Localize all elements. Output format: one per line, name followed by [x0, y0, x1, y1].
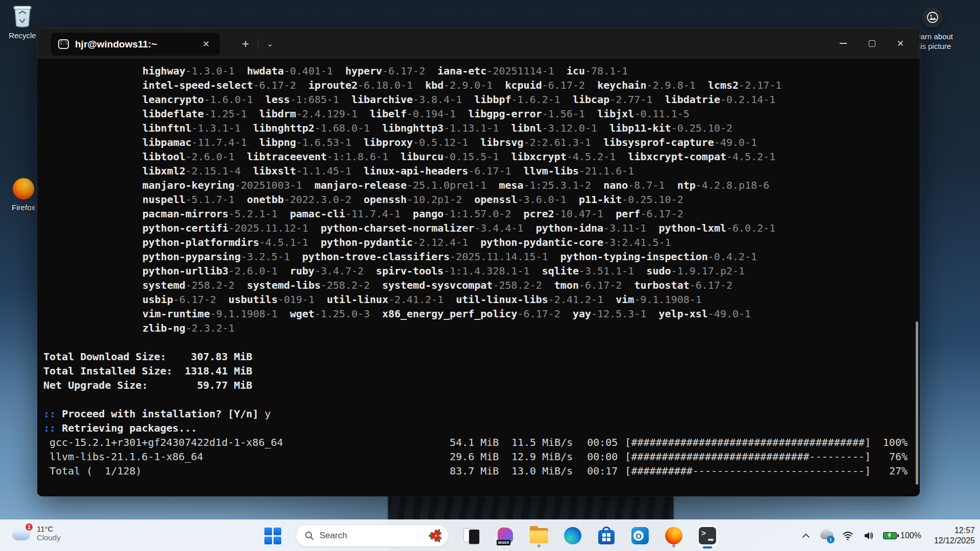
package-list-line: python-certifi-2025.11.12-1 python-chars…: [142, 221, 908, 235]
taskbar-app-m365-copilot[interactable]: M365: [495, 523, 516, 548]
picture-info-icon: [926, 11, 939, 23]
total-installed-size-line: Total Installed Size: 1318.41 MiB: [43, 364, 908, 378]
learn-about-picture-button[interactable]: [922, 7, 943, 28]
terminal-content[interactable]: highway-1.3.0-1 hwdata-0.401-1 hyperv-6.…: [37, 59, 920, 496]
tray-clock[interactable]: 12:57 12/12/2025: [934, 525, 975, 546]
tab-close-icon[interactable]: ✕: [200, 38, 213, 51]
file-explorer-icon: [530, 528, 548, 543]
search-box[interactable]: Search: [296, 524, 449, 547]
package-list-line: libnftnl-1.3.1-1 libnghttp2-1.68.0-1 lib…: [142, 121, 908, 135]
package-list-line: libpamac-11.7.4-1 libpng-1.6.53-1 libpro…: [142, 135, 908, 149]
package-list: highway-1.3.0-1 hwdata-0.401-1 hyperv-6.…: [43, 64, 908, 335]
running-indicator-dot: [672, 544, 675, 547]
weather-condition: Cloudy: [37, 533, 61, 542]
download-progress-rows: gcc-15.2.1+r301+gf24307422d1d-1-x86_6454…: [43, 435, 908, 478]
weather-cloud-icon: 1: [11, 525, 32, 541]
minimize-button[interactable]: [829, 28, 857, 59]
package-list-line: systemd-258.2-2 systemd-libs-258.2-2 sys…: [142, 278, 908, 292]
total-download-size-line: Total Download Size: 307.83 MiB: [43, 349, 908, 364]
retrieving-packages-line: :: Retrieving packages...: [43, 421, 908, 435]
windows-terminal-icon: >: [699, 527, 716, 544]
terminal-window: C:\ hjr@windows11:~ ✕ + ⌄ ✕ highway-1.3.…: [37, 28, 920, 496]
tray-onedrive-button[interactable]: i: [820, 528, 834, 543]
notification-badge: 1: [24, 522, 34, 532]
weather-temperature: 11°C: [37, 524, 61, 533]
chevron-up-icon: [802, 533, 810, 538]
info-badge-icon: i: [827, 536, 835, 543]
windows-logo-icon: [264, 528, 281, 544]
package-list-line: nuspell-5.1.7-1 onetbb-2022.3.0-2 openss…: [142, 192, 908, 207]
tray-battery-button[interactable]: 100%: [883, 531, 921, 540]
terminal-scrollbar-thumb[interactable]: [916, 321, 918, 485]
tray-wifi-button[interactable]: [841, 528, 854, 543]
m365-copilot-icon: M365: [497, 527, 514, 544]
package-list-line: leancrypto-1.6.0-1 less-1:685-1 libarchi…: [142, 92, 908, 107]
firefox-icon: [665, 527, 682, 544]
edge-icon: [564, 527, 581, 544]
tab-dropdown-button[interactable]: ⌄: [261, 35, 279, 53]
firefox-desktop-icon: [13, 178, 34, 199]
tray-volume-button[interactable]: [862, 528, 875, 543]
overlapping-windows-icon: [463, 527, 480, 544]
clock-date: 12/12/2025: [934, 536, 975, 546]
running-indicator-dot: [537, 544, 541, 547]
net-upgrade-size-line: Net Upgrade Size: 59.77 MiB: [43, 378, 908, 392]
start-button[interactable]: [262, 523, 283, 548]
tabbar-separator: [258, 38, 258, 49]
terminal-tab[interactable]: C:\ hjr@windows11:~ ✕: [51, 33, 220, 56]
package-list-line: python-platformdirs-4.5.1-1 python-pydan…: [142, 235, 908, 249]
tray-chevron-up-button[interactable]: [799, 528, 813, 543]
taskbar-app-overlapping-windows[interactable]: [461, 523, 482, 548]
terminal-titlebar[interactable]: C:\ hjr@windows11:~ ✕ + ⌄ ✕: [37, 28, 920, 59]
poinsettia-flower-icon: [429, 529, 443, 543]
package-list-line: pacman-mirrors-5.2.1-1 pamac-cli-11.7.4-…: [142, 207, 908, 221]
search-placeholder: Search: [320, 531, 424, 541]
proceed-prompt-line: :: Proceed with installation? [Y/n] y: [43, 407, 908, 421]
download-progress-row: Total ( 1/128)83.7 MiB13.0 MiB/s00:17[##…: [50, 464, 908, 478]
new-tab-button[interactable]: +: [236, 35, 255, 53]
package-list-line: libdeflate-1.25-1 libdrm-2.4.129-1 libel…: [142, 107, 908, 121]
close-icon: ✕: [897, 38, 904, 49]
active-app-highlight: >: [697, 524, 718, 547]
taskbar: 1 11°C Cloudy Search: [0, 519, 980, 551]
taskbar-app-outlook[interactable]: O: [629, 523, 651, 548]
taskbar-center-icons: Search: [262, 520, 718, 551]
command-prompt-icon: C:\: [58, 39, 69, 49]
taskbar-app-firefox[interactable]: [663, 523, 684, 548]
taskbar-app-file-explorer[interactable]: [528, 523, 550, 548]
active-indicator-pill: [703, 546, 712, 548]
battery-percentage: 100%: [900, 531, 921, 540]
minimize-icon: [840, 43, 847, 44]
tab-title: hjr@windows11:~: [75, 39, 200, 50]
package-list-line: vim-runtime-9.1.1908-1 wget-1.25.0-3 x86…: [142, 307, 908, 321]
desktop-icon-recycle-bin[interactable]: Recycle: [3, 4, 42, 40]
clock-time: 12:57: [934, 525, 975, 536]
package-list-line: usbip-6.17-2 usbutils-019-1 util-linux-2…: [142, 292, 908, 307]
window-caption-buttons: ✕: [829, 28, 915, 59]
package-list-line: python-pyparsing-3.2.5-1 python-trove-cl…: [142, 249, 908, 264]
recycle-bin-icon: [12, 4, 33, 28]
microsoft-store-icon: [598, 530, 615, 544]
wifi-icon: [842, 531, 853, 540]
outlook-icon: O: [631, 527, 649, 544]
download-progress-row: gcc-15.2.1+r301+gf24307422d1d-1-x86_6454…: [50, 435, 908, 449]
package-list-line: zlib-ng-2.3.2-1: [142, 321, 908, 335]
package-list-line: manjaro-keyring-20251003-1 manjaro-relea…: [142, 178, 908, 192]
package-list-line: libtool-2.6.0-1 libtraceevent-1:1.8.6-1 …: [142, 149, 908, 164]
taskbar-app-microsoft-store[interactable]: [596, 523, 617, 548]
battery-icon: [883, 532, 897, 539]
taskbar-app-edge[interactable]: [562, 523, 583, 548]
package-list-line: highway-1.3.0-1 hwdata-0.401-1 hyperv-6.…: [142, 64, 908, 78]
weather-widget[interactable]: 1 11°C Cloudy: [7, 522, 65, 544]
maximize-button[interactable]: [857, 28, 886, 59]
maximize-icon: [869, 40, 875, 47]
package-list-line: python-urllib3-2.6.0-1 ruby-3.4.7-2 spir…: [142, 264, 908, 278]
onedrive-cloud-icon: i: [820, 530, 834, 542]
system-tray: i 100%: [799, 520, 975, 551]
recycle-bin-label: Recycle: [3, 31, 42, 40]
package-list-line: intel-speed-select-6.17-2 iproute2-6.18.…: [142, 78, 908, 92]
close-button[interactable]: ✕: [886, 28, 915, 59]
taskbar-app-terminal-active[interactable]: >: [697, 523, 718, 548]
search-icon: [304, 531, 314, 541]
speaker-icon: [863, 531, 874, 540]
